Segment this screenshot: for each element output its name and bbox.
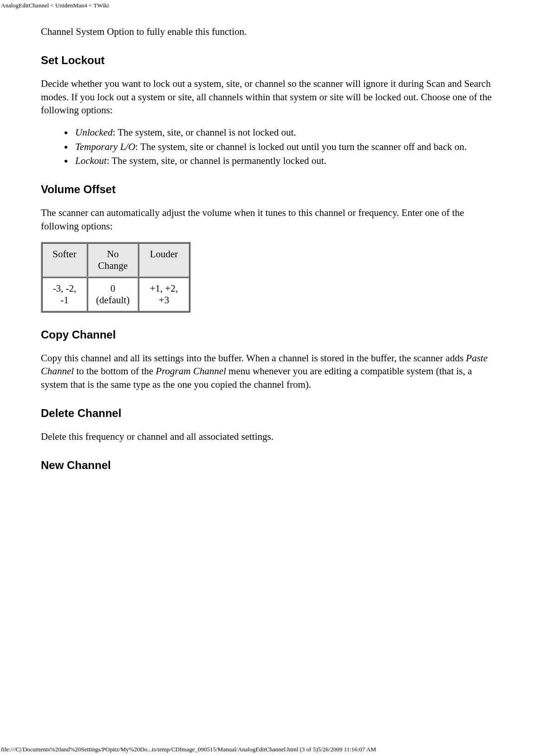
heading-delete-channel: Delete Channel <box>41 407 500 420</box>
delete-channel-paragraph: Delete this frequency or channel and all… <box>41 430 500 443</box>
list-desc: : The system, site or channel is locked … <box>135 141 467 152</box>
list-item: Unlocked: The system, site, or channel i… <box>73 126 500 139</box>
intro-paragraph: Channel System Option to fully enable th… <box>41 25 500 38</box>
list-term: Temporary L/O <box>75 141 135 152</box>
list-desc: : The system, site, or channel is not lo… <box>112 127 296 138</box>
text-span: to the bottom of the <box>74 365 156 377</box>
list-item: Temporary L/O: The system, site or chann… <box>73 140 500 153</box>
table-header-cell: No Change <box>87 243 138 277</box>
list-term: Unlocked <box>75 127 112 138</box>
list-item: Lockout: The system, site, or channel is… <box>73 154 500 167</box>
list-desc: : The system, site, or channel is perman… <box>107 155 326 166</box>
table-row: -3, -2, -1 0 (default) +1, +2, +3 <box>42 277 189 312</box>
volume-offset-table: Softer No Change Louder -3, -2, -1 0 (de… <box>41 242 190 313</box>
table-cell: -3, -2, -1 <box>42 277 87 312</box>
copy-channel-paragraph: Copy this channel and all its settings i… <box>41 352 500 391</box>
document-body: Channel System Option to fully enable th… <box>0 11 541 472</box>
table-cell: +1, +2, +3 <box>138 277 189 312</box>
volume-offset-paragraph: The scanner can automatically adjust the… <box>41 206 500 233</box>
page-footer-path: file:///C|/Documents%20and%20Settings/PO… <box>1 746 540 753</box>
table-header-cell: Softer <box>42 243 87 277</box>
table-cell: 0 (default) <box>87 277 138 312</box>
heading-copy-channel: Copy Channel <box>41 328 500 341</box>
heading-set-lockout: Set Lockout <box>41 54 500 67</box>
heading-new-channel: New Channel <box>41 459 500 472</box>
page-header-path: AnalogEditChannel < UnidenMan4 < TWiki <box>0 0 541 11</box>
set-lockout-paragraph: Decide whether you want to lock out a sy… <box>41 77 500 117</box>
table-header-row: Softer No Change Louder <box>42 243 189 277</box>
heading-volume-offset: Volume Offset <box>41 183 500 196</box>
list-term: Lockout <box>75 155 107 166</box>
emphasis-program-channel: Program Channel <box>156 365 226 377</box>
text-span: Copy this channel and all its settings i… <box>41 352 466 364</box>
table-header-cell: Louder <box>138 243 189 277</box>
set-lockout-list: Unlocked: The system, site, or channel i… <box>41 126 500 167</box>
